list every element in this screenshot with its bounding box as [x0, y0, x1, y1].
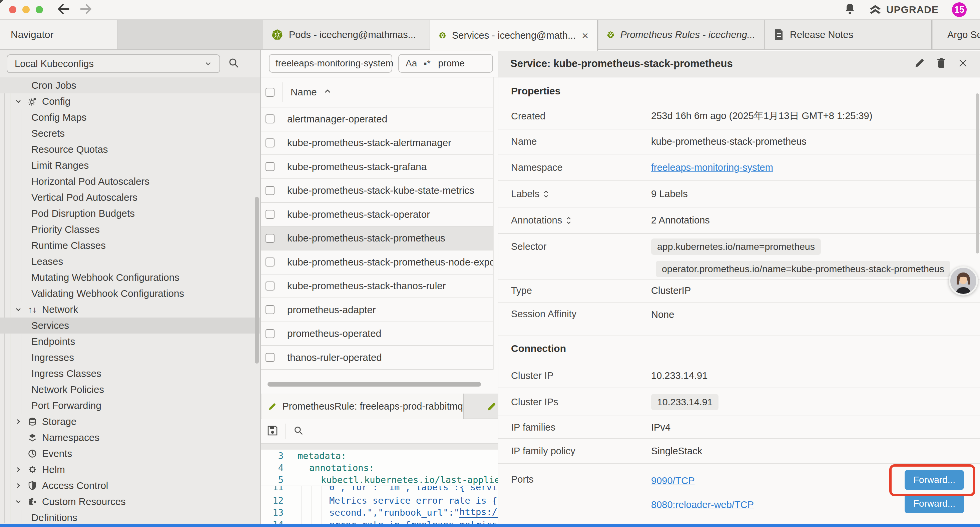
panel-scrollbar[interactable] — [976, 93, 979, 253]
regex-toggle[interactable]: ▪* — [424, 58, 431, 69]
sidebar-item-events[interactable]: Events — [0, 446, 260, 462]
sidebar-item-definitions[interactable]: Definitions — [0, 509, 260, 523]
table-row[interactable]: prometheus-adapter — [261, 298, 493, 322]
sidebar-item-limit-ranges[interactable]: Limit Ranges — [0, 158, 260, 174]
tab-pods[interactable]: Pods - icecheng@mathmas... — [263, 20, 430, 49]
close-panel-icon[interactable] — [958, 58, 968, 69]
table-row[interactable]: kube-prometheus-stack-prometheus-node-ex… — [261, 250, 493, 274]
table-row[interactable]: kube-prometheus-stack-alertmanager — [261, 131, 493, 155]
list-search-box[interactable]: Aa ▪* — [398, 54, 493, 73]
chevron-right-icon[interactable] — [14, 482, 23, 489]
table-row[interactable]: kube-prometheus-stack-thanos-ruler — [261, 274, 493, 299]
sidebar-item-runtime-classes[interactable]: Runtime Classes — [0, 237, 260, 253]
close-window-button[interactable] — [9, 6, 16, 13]
sidebar-item-leases[interactable]: Leases — [0, 253, 260, 269]
sidebar-item-resource-quotas[interactable]: Resource Quotas — [0, 142, 260, 158]
notification-badge[interactable]: 15 — [952, 2, 967, 17]
sort-arrows-icon[interactable] — [543, 190, 549, 199]
tab-argo[interactable]: Argo Se — [932, 20, 980, 49]
sidebar-item-ingresses[interactable]: Ingresses — [0, 350, 260, 366]
sidebar-item-namespaces[interactable]: Namespaces — [0, 430, 260, 446]
sidebar-scrollbar[interactable] — [255, 197, 259, 363]
edit-icon[interactable] — [915, 58, 924, 69]
chevron-down-icon[interactable] — [14, 498, 23, 505]
editor-link[interactable]: https://net — [459, 507, 498, 518]
forward-arrow-icon[interactable] — [79, 3, 93, 16]
port-link-9090[interactable]: 9090/TCP — [651, 475, 695, 486]
sidebar-item-priority-classes[interactable]: Priority Classes — [0, 221, 260, 237]
sidebar-group-storage[interactable]: Storage — [0, 414, 260, 430]
sidebar-item-validating-webhook-configurations[interactable]: Validating Webhook Configurations — [0, 285, 260, 301]
back-arrow-icon[interactable] — [56, 3, 70, 16]
port-link-8080[interactable]: 8080:reloader-web/TCP — [651, 499, 754, 510]
delete-icon[interactable] — [937, 58, 946, 70]
tab-services[interactable]: Services - icecheng@math... × — [430, 20, 598, 51]
sidebar-item-config-maps[interactable]: Config Maps — [0, 110, 260, 126]
sidebar-item-network-policies[interactable]: Network Policies — [0, 382, 260, 398]
annotations-count[interactable]: 2 Annotations — [651, 215, 710, 226]
bell-icon[interactable] — [844, 3, 856, 17]
table-row[interactable]: thanos-ruler-operated — [261, 346, 493, 370]
row-checkbox[interactable] — [266, 210, 275, 219]
namespace-link[interactable]: freeleaps-monitoring-system — [651, 162, 773, 173]
editor-search-icon[interactable] — [294, 426, 304, 437]
sort-arrows-icon[interactable] — [566, 216, 571, 225]
row-checkbox[interactable] — [266, 139, 275, 147]
namespace-selector[interactable]: freeleaps-monitoring-system — [269, 54, 392, 73]
yaml-editor[interactable]: 3metadata: 4annotations: 5kubectl.kubern… — [261, 450, 498, 524]
row-checkbox[interactable] — [266, 329, 275, 338]
sidebar-item-horizontal-pod-autoscalers[interactable]: Horizontal Pod Autoscalers — [0, 174, 260, 189]
chevron-right-icon[interactable] — [14, 418, 23, 425]
editor-tab-prometheusrule[interactable]: PrometheusRule: freeleaps-prod-rabbitmq — [261, 393, 464, 419]
sidebar-group-config[interactable]: Config — [0, 93, 260, 110]
zoom-window-button[interactable] — [36, 6, 43, 13]
chevron-right-icon[interactable] — [14, 466, 23, 473]
labels-count[interactable]: 9 Labels — [651, 188, 688, 199]
kubeconfig-selector[interactable]: Local Kubeconfigs — [7, 54, 220, 73]
save-icon[interactable] — [267, 425, 278, 438]
chevron-down-icon[interactable] — [14, 98, 23, 105]
sidebar-group-access-control[interactable]: Access Control — [0, 478, 260, 494]
sidebar-item-vertical-pod-autoscalers[interactable]: Vertical Pod Autoscalers — [0, 189, 260, 205]
editor-tab-next[interactable] — [464, 393, 498, 419]
row-checkbox[interactable] — [266, 186, 275, 195]
avatar[interactable] — [949, 266, 978, 296]
navigator-tab[interactable]: Navigator — [0, 20, 118, 49]
row-checkbox[interactable] — [266, 353, 275, 362]
tab-prometheus-rules[interactable]: Prometheus Rules - icecheng... — [598, 20, 765, 49]
sidebar-item-secrets[interactable]: Secrets — [0, 126, 260, 142]
sidebar-item-endpoints[interactable]: Endpoints — [0, 334, 260, 350]
table-row[interactable]: alertmanager-operated — [261, 107, 493, 131]
sidebar-item-ingress-classes[interactable]: Ingress Classes — [0, 366, 260, 382]
search-input[interactable] — [438, 58, 479, 69]
row-checkbox[interactable] — [266, 234, 275, 243]
sidebar-item-pod-disruption-budgets[interactable]: Pod Disruption Budgets — [0, 205, 260, 221]
sidebar-group-custom-resources[interactable]: Custom Resources — [0, 494, 260, 509]
sidebar-item-services[interactable]: Services — [0, 318, 260, 334]
row-checkbox[interactable] — [266, 282, 275, 291]
table-row[interactable]: kube-prometheus-stack-grafana — [261, 155, 493, 179]
minimize-window-button[interactable] — [22, 6, 30, 13]
row-checkbox[interactable] — [266, 258, 275, 266]
upgrade-button[interactable]: UPGRADE — [869, 4, 939, 15]
sidebar-search-icon[interactable] — [228, 57, 240, 70]
sort-ascending-icon[interactable] — [323, 88, 332, 96]
sidebar-item-cron-jobs[interactable]: Cron Jobs — [0, 77, 260, 93]
sidebar-group-network[interactable]: ↑↓ Network — [0, 301, 260, 318]
table-row[interactable]: prometheus-operated — [261, 322, 493, 346]
column-header-name[interactable]: Name — [291, 86, 317, 98]
table-row[interactable]: kube-prometheus-stack-kube-state-metrics — [261, 179, 493, 203]
row-checkbox[interactable] — [266, 162, 275, 171]
tab-release-notes[interactable]: Release Notes — [765, 20, 932, 49]
horizontal-scrollbar[interactable] — [267, 382, 481, 387]
match-case-toggle[interactable]: Aa — [406, 58, 417, 69]
table-row-selected[interactable]: kube-prometheus-stack-prometheus — [261, 227, 493, 251]
chevron-down-icon[interactable] — [14, 306, 23, 313]
table-scrollbar-track[interactable] — [493, 77, 494, 369]
row-checkbox[interactable] — [266, 305, 275, 314]
sidebar-item-mutating-webhook-configurations[interactable]: Mutating Webhook Configurations — [0, 269, 260, 285]
row-checkbox[interactable] — [266, 115, 275, 123]
sidebar-group-helm[interactable]: Helm — [0, 462, 260, 478]
forward-button-8080[interactable]: Forward... — [905, 494, 964, 513]
table-row[interactable]: kube-prometheus-stack-operator — [261, 203, 493, 227]
